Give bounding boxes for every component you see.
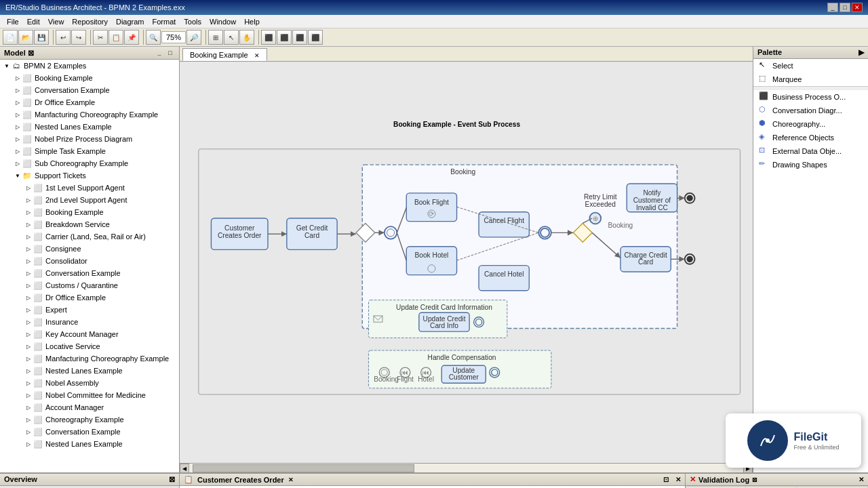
hscroll-track[interactable] [189, 464, 743, 472]
zoom-in-button[interactable]: 🔍 [146, 30, 161, 45]
undo-button[interactable]: ↩ [56, 30, 71, 45]
copy-button[interactable]: 📋 [108, 30, 123, 45]
menu-view[interactable]: View [44, 16, 68, 27]
palette-reference[interactable]: ◈ Reference Objects [753, 131, 868, 144]
tree-label: Nobel Committee for Medicine [45, 391, 146, 399]
tree-label: 1st Level Support Agent [45, 184, 125, 192]
menu-diagram[interactable]: Diagram [112, 16, 149, 27]
properties-restore[interactable]: ⊡ [663, 476, 669, 483]
tree-item-manf-1[interactable]: ▷ ⬜ Manfacturing Choreography Example [0, 108, 179, 121]
tree-item-consignee[interactable]: ▷ ⬜ Consignee [0, 243, 179, 255]
properties-close[interactable]: ✕ [675, 476, 681, 483]
tree-item-locative[interactable]: ▷ ⬜ Locative Service [0, 340, 179, 352]
properties-header: 📋 Customer Creates Order ✕ ⊡ ✕ [180, 474, 685, 486]
tree-item-simple[interactable]: ▷ ⬜ Simple Task Example [0, 145, 179, 157]
tree-item-2nd-level[interactable]: ▷ ⬜ 2nd Level Support Agent [0, 194, 179, 206]
palette-external-data[interactable]: ⊡ External Data Obje... [753, 144, 868, 158]
pan-button[interactable]: ✋ [239, 30, 254, 45]
save-button[interactable]: 💾 [34, 30, 49, 45]
tree-item-conversation-2[interactable]: ▷ ⬜ Conversation Example [0, 267, 179, 279]
tree-item-insurance[interactable]: ▷ ⬜ Insurance [0, 316, 179, 328]
fit-page-button[interactable]: ⊞ [208, 30, 223, 45]
arrow: ▷ [24, 356, 33, 362]
palette-marquee[interactable]: ⬚ Marquee [753, 73, 868, 86]
new-button[interactable]: 📄 [3, 30, 18, 45]
palette-select[interactable]: ↖ Select [753, 59, 868, 73]
arrow: ▷ [24, 283, 33, 289]
align-right-button[interactable]: ⬛ [277, 30, 292, 45]
redo-button[interactable]: ↪ [71, 30, 86, 45]
palette-business-process[interactable]: ⬛ Business Process O... [753, 90, 868, 104]
tree-item-nested-3[interactable]: ▷ ⬜ Nested Lanes Example [0, 438, 179, 450]
diagram-icon: ⬜ [22, 85, 33, 95]
model-panel-minimize[interactable]: _ [155, 48, 164, 58]
tree-item-nobel-assembly[interactable]: ▷ ⬜ Nobel Assembly [0, 377, 179, 389]
menu-file[interactable]: File [3, 16, 23, 27]
open-button[interactable]: 📂 [18, 30, 33, 45]
align-top-button[interactable]: ⬛ [292, 30, 307, 45]
validation-tab-close[interactable]: ⊠ [752, 476, 757, 483]
align-bottom-button[interactable]: ⬛ [308, 30, 323, 45]
hscroll-thumb[interactable] [193, 464, 414, 472]
tree-item-nobel-prize[interactable]: ▷ ⬜ Nobel Prize Process Diagram [0, 133, 179, 145]
tree-item-conversation-3[interactable]: ▷ ⬜ Conversation Example [0, 426, 179, 438]
select-button[interactable]: ↖ [224, 30, 239, 45]
tree-item-account-manager[interactable]: ▷ ⬜ Account Manager [0, 401, 179, 413]
tree-item-droffice-1[interactable]: ▷ ⬜ Dr Office Example [0, 96, 179, 108]
tree-item-droffice-2[interactable]: ▷ ⬜ Dr Office Example [0, 291, 179, 304]
menu-edit[interactable]: Edit [23, 16, 44, 27]
tree-item-carrier[interactable]: ▷ ⬜ Carrier (Land, Sea, Rail or Air) [0, 230, 179, 243]
tree-item-support[interactable]: ▼ 📁 Support Tickets [0, 169, 179, 182]
tab-booking[interactable]: Booking Example ✕ [182, 48, 267, 61]
menu-help[interactable]: Help [240, 16, 264, 27]
tree-label: Customs / Quarantine [45, 281, 118, 289]
menu-format[interactable]: Format [149, 16, 180, 27]
properties-tab-close[interactable]: ✕ [288, 476, 294, 483]
minimize-button[interactable]: _ [827, 3, 838, 12]
palette-drawing[interactable]: ✏ Drawing Shapes [753, 158, 868, 171]
tree-item-sub-choreo[interactable]: ▷ ⬜ Sub Choreography Example [0, 157, 179, 169]
tree-item-key-account[interactable]: ▷ ⬜ Key Account Manager [0, 328, 179, 340]
tree-item-expert[interactable]: ▷ ⬜ Expert [0, 304, 179, 316]
separator-5 [256, 30, 259, 45]
tab-close-icon[interactable]: ✕ [254, 52, 260, 59]
align-left-button[interactable]: ⬛ [261, 30, 276, 45]
menu-window[interactable]: Window [205, 16, 240, 27]
filegit-logo: FileGit Free & Unlimited [726, 413, 861, 468]
tree-item-1st-level[interactable]: ▷ ⬜ 1st Level Support Agent [0, 182, 179, 194]
tree-root[interactable]: ▼ 🗂 BPMN 2 Examples [0, 60, 179, 72]
cut-button[interactable]: ✂ [93, 30, 108, 45]
palette-conversation-label: Conversation Diagr... [772, 106, 842, 115]
hscroll-left[interactable]: ◀ [180, 464, 189, 472]
validation-close[interactable]: ✕ [859, 476, 864, 483]
tree-item-nested-1[interactable]: ▷ ⬜ Nested Lanes Example [0, 121, 179, 133]
arrow: ▷ [24, 270, 33, 277]
zoom-out-button[interactable]: 🔎 [186, 30, 201, 45]
palette-conversation[interactable]: ⬡ Conversation Diagr... [753, 104, 868, 117]
tree-item-breakdown[interactable]: ▷ ⬜ Breakdown Service [0, 218, 179, 230]
tree-item-customs[interactable]: ▷ ⬜ Customs / Quarantine [0, 279, 179, 291]
close-button[interactable]: ✕ [852, 3, 863, 12]
canvas-container[interactable]: Booking Example - Event Sub Process Book… [180, 62, 753, 463]
palette-expand-icon[interactable]: ▶ [859, 48, 864, 57]
tree-item-booking-2[interactable]: ▷ ⬜ Booking Example [0, 206, 179, 218]
tree-item-nobel-committee[interactable]: ▷ ⬜ Nobel Committee for Medicine [0, 389, 179, 401]
zoom-input[interactable]: 75% [161, 31, 186, 43]
properties-tab-label[interactable]: Customer Creates Order [197, 476, 284, 484]
tree-item-booking-1[interactable]: ▷ ⬜ Booking Example [0, 72, 179, 84]
tree-item-choreo[interactable]: ▷ ⬜ Choreography Example [0, 413, 179, 426]
paste-button[interactable]: 📌 [124, 30, 139, 45]
arrow: ▷ [14, 87, 22, 94]
diagram-icon: ⬜ [33, 232, 43, 241]
palette-choreography[interactable]: ⬢ Choreography... [753, 117, 868, 131]
maximize-button[interactable]: □ [840, 3, 850, 12]
horizontal-scrollbar[interactable]: ◀ ▶ [180, 463, 753, 472]
menu-tools[interactable]: Tools [180, 16, 205, 27]
diagram-icon: ⬜ [33, 244, 43, 253]
tree-item-consolidator[interactable]: ▷ ⬜ Consolidator [0, 255, 179, 267]
tree-item-nested-2[interactable]: ▷ ⬜ Nested Lanes Example [0, 365, 179, 377]
menu-repository[interactable]: Repository [68, 16, 112, 27]
tree-item-conversation-1[interactable]: ▷ ⬜ Conversation Example [0, 84, 179, 96]
model-panel-maximize[interactable]: □ [165, 48, 175, 58]
tree-item-manf-2[interactable]: ▷ ⬜ Manfacturing Choreography Example [0, 352, 179, 365]
